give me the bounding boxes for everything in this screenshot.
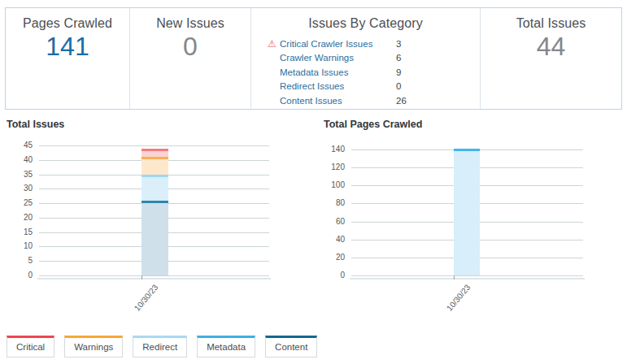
- y-axis-tick-label: 5: [0, 256, 33, 265]
- y-axis-tick-label: 45: [0, 141, 33, 150]
- total-issues-value: 44: [481, 32, 621, 62]
- new-issues-value: 0: [130, 32, 250, 62]
- pages-crawled-card: Pages Crawled 141: [6, 8, 129, 109]
- issues-by-category-title: Issues By Category: [251, 16, 480, 31]
- bar-segment-warnings: [142, 157, 168, 174]
- y-axis-tick-label: 20: [0, 213, 33, 222]
- crawler-warnings-link[interactable]: Crawler Warnings: [280, 53, 396, 63]
- list-item: Content Issues 26: [251, 93, 480, 108]
- x-axis-tick: [454, 275, 455, 280]
- bar-segment-metadata: [142, 175, 168, 201]
- total-pages-crawled-plot-area: 10/30/23: [351, 150, 583, 275]
- legend-button-content[interactable]: Content: [265, 336, 317, 358]
- y-axis-tick-label: 15: [0, 228, 33, 236]
- list-item: Metadata Issues 9: [251, 65, 480, 80]
- legend-button-redirect[interactable]: Redirect: [133, 336, 187, 358]
- y-axis-tick-label: 40: [317, 235, 345, 244]
- list-item: Redirect Issues 0: [251, 80, 480, 94]
- legend-button-metadata[interactable]: Metadata: [197, 336, 255, 358]
- x-axis-tick: [142, 275, 142, 280]
- y-axis-tick-label: 120: [317, 162, 345, 171]
- total-pages-crawled-chart-title: Total Pages Crawled: [324, 119, 422, 130]
- y-gridline: [351, 275, 583, 276]
- bar-segment-content: [142, 201, 168, 275]
- y-axis-tick-label: 30: [0, 184, 33, 193]
- legend-button-warnings[interactable]: Warnings: [64, 336, 123, 358]
- y-gridline: [39, 145, 269, 146]
- x-axis-line: [350, 278, 585, 280]
- y-axis-tick-label: 60: [317, 217, 345, 226]
- y-axis-tick-label: 10: [0, 241, 33, 250]
- y-axis-tick-label: 40: [0, 155, 33, 164]
- y-gridline: [39, 275, 269, 276]
- content-issues-count: 26: [396, 96, 407, 106]
- crawler-warnings-count: 6: [396, 53, 401, 63]
- y-axis-tick-label: 140: [317, 145, 345, 154]
- y-axis-tick-label: 80: [317, 198, 345, 207]
- total-issues-title: Total Issues: [481, 16, 621, 31]
- total-pages-crawled-chart: Total Pages Crawled 10/30/23 02040608010…: [317, 117, 627, 333]
- category-legend: CriticalWarningsRedirectMetadataContent: [7, 336, 317, 358]
- bar-segment-pages-crawled: [454, 149, 480, 275]
- total-issues-plot-area: 10/30/23: [39, 145, 269, 275]
- issues-by-category-card: Issues By Category ⚠ Critical Crawler Is…: [250, 8, 480, 109]
- metadata-issues-link[interactable]: Metadata Issues: [280, 67, 396, 77]
- y-axis-tick-label: 0: [0, 271, 33, 280]
- y-axis-tick-label: 100: [317, 180, 345, 189]
- summary-cards-panel: Pages Crawled 141 New Issues 0 Issues By…: [5, 7, 622, 110]
- x-axis-line: [37, 278, 271, 280]
- y-axis-tick-label: 20: [317, 253, 345, 262]
- warning-triangle-icon: ⚠: [268, 39, 280, 49]
- new-issues-title: New Issues: [130, 16, 250, 31]
- list-item: ⚠ Critical Crawler Issues 3: [251, 37, 480, 51]
- total-issues-card: Total Issues 44: [480, 8, 621, 109]
- total-issues-chart-title: Total Issues: [7, 119, 64, 130]
- y-axis-tick-label: 35: [0, 170, 33, 179]
- y-axis-tick-label: 25: [0, 198, 33, 207]
- issues-by-category-list: ⚠ Critical Crawler Issues 3 Crawler Warn…: [251, 37, 480, 108]
- redirect-issues-link[interactable]: Redirect Issues: [280, 81, 396, 91]
- critical-crawler-issues-link[interactable]: Critical Crawler Issues: [280, 39, 396, 49]
- x-axis-category-label: 10/30/23: [133, 283, 159, 313]
- new-issues-card: New Issues 0: [129, 8, 250, 109]
- redirect-issues-count: 0: [396, 81, 401, 91]
- x-axis-category-label: 10/30/23: [445, 283, 472, 313]
- y-axis-tick-label: 0: [317, 271, 345, 280]
- metadata-issues-count: 9: [396, 67, 401, 77]
- pages-crawled-value: 141: [6, 32, 129, 62]
- pages-crawled-title: Pages Crawled: [6, 16, 129, 31]
- critical-crawler-issues-count: 3: [396, 39, 401, 49]
- legend-button-critical[interactable]: Critical: [7, 336, 54, 358]
- list-item: Crawler Warnings 6: [251, 51, 480, 66]
- total-issues-chart: Total Issues 10/30/23 051015202530354045: [0, 117, 317, 333]
- content-issues-link[interactable]: Content Issues: [280, 96, 396, 106]
- bar-segment-critical: [142, 149, 168, 158]
